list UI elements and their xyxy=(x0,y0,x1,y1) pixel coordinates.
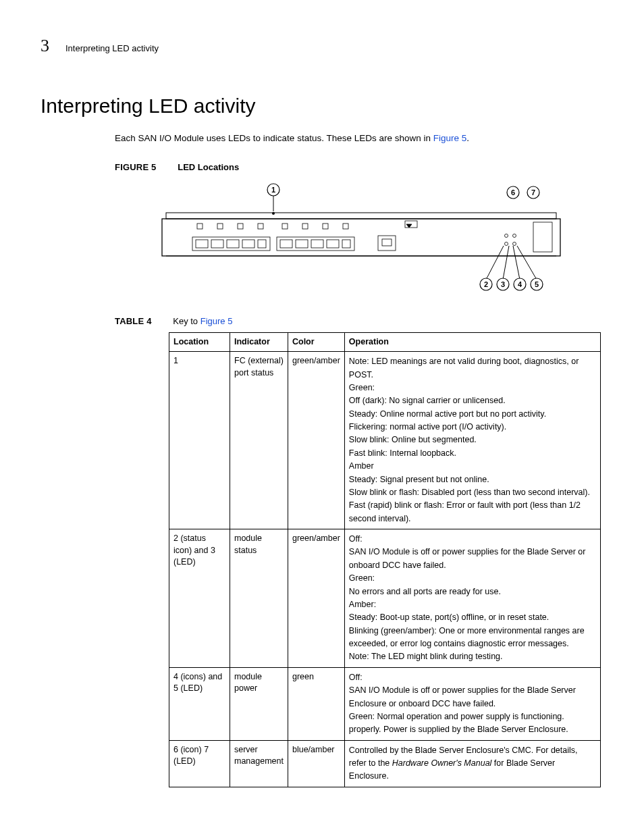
svg-text:3: 3 xyxy=(501,280,505,288)
operation-line: Flickering: normal active port (I/O acti… xyxy=(349,421,596,434)
cell-indicator: module power xyxy=(230,667,288,740)
figure-caption: FIGURE 5 LED Locations xyxy=(115,161,603,174)
operation-line: Off: xyxy=(349,671,596,684)
cell-color: green/amber xyxy=(288,529,344,668)
svg-line-40 xyxy=(503,246,509,280)
svg-point-25 xyxy=(505,234,508,238)
callout-2: 2 xyxy=(480,278,492,290)
table-figure-link[interactable]: Figure 5 xyxy=(200,316,233,326)
cell-color: green xyxy=(288,667,344,740)
svg-rect-22 xyxy=(343,224,348,229)
svg-rect-18 xyxy=(258,224,263,229)
callout-7: 7 xyxy=(527,186,539,199)
operation-line: Slow blink: Online but segmented. xyxy=(349,434,596,446)
led-locations-svg: 1 6 7 2 3 4 xyxy=(155,182,574,296)
table-row: 1FC (external) port statusgreen/amberNot… xyxy=(169,352,601,529)
svg-rect-23 xyxy=(378,236,396,251)
svg-rect-8 xyxy=(242,240,254,248)
col-operation: Operation xyxy=(344,332,600,352)
svg-rect-20 xyxy=(302,224,308,229)
svg-point-26 xyxy=(513,234,516,238)
svg-rect-5 xyxy=(196,240,208,248)
col-color: Color xyxy=(288,332,344,352)
figure-5-link[interactable]: Figure 5 xyxy=(433,133,467,143)
operation-line: Blinking (green/amber): One or more envi… xyxy=(349,625,596,651)
operation-line: Green: Normal operation and power supply… xyxy=(349,710,596,737)
operation-line: Green: xyxy=(349,572,596,585)
operation-line: Note: LED meanings are not valid during … xyxy=(349,355,596,382)
col-location: Location xyxy=(169,332,230,352)
cell-indicator: FC (external) port status xyxy=(230,352,288,529)
svg-point-27 xyxy=(505,242,508,246)
table-caption: TABLE 4 Key to Figure 5 xyxy=(115,315,603,328)
svg-point-34 xyxy=(272,212,275,215)
intro-paragraph: Each SAN I/O Module uses LEDs to indicat… xyxy=(115,132,603,145)
operation-line: SAN I/O Module is off or power supplies … xyxy=(349,546,596,572)
running-title: Interpreting LED activity xyxy=(65,43,159,55)
operation-line: SAN I/O Module is off or power supplies … xyxy=(349,684,596,710)
callout-6: 6 xyxy=(507,186,519,199)
callout-4: 4 xyxy=(514,278,526,290)
svg-point-28 xyxy=(513,242,516,246)
svg-text:1: 1 xyxy=(271,186,275,194)
figure-diagram: 1 6 7 2 3 4 xyxy=(155,182,574,296)
cell-operation: Off:SAN I/O Module is off or power suppl… xyxy=(344,529,600,668)
callout-5: 5 xyxy=(531,278,543,290)
svg-rect-3 xyxy=(192,237,270,251)
table-title-prefix: Key to xyxy=(173,316,200,326)
svg-rect-21 xyxy=(323,224,328,229)
operation-line: Steady: Signal present but not online. xyxy=(349,473,596,486)
svg-rect-19 xyxy=(282,224,288,229)
cell-location: 6 (icon) 7 (LED) xyxy=(169,740,230,787)
table-row: 4 (icons) and 5 (LED)module powergreenOf… xyxy=(169,667,601,740)
cell-location: 2 (status icon) and 3 (LED) xyxy=(169,529,230,668)
operation-line: No errors and all ports are ready for us… xyxy=(349,585,596,598)
cell-color: green/amber xyxy=(288,352,344,529)
svg-rect-10 xyxy=(280,240,292,248)
svg-text:4: 4 xyxy=(518,280,522,288)
col-indicator: Indicator xyxy=(230,332,288,352)
operation-line: Note: The LED might blink during testing… xyxy=(349,650,596,663)
cell-operation: Note: LED meanings are not valid during … xyxy=(344,352,600,529)
cell-indicator: server management xyxy=(230,740,288,787)
svg-rect-12 xyxy=(311,240,323,248)
svg-line-42 xyxy=(517,246,537,280)
svg-text:6: 6 xyxy=(511,188,515,197)
svg-rect-11 xyxy=(296,240,308,248)
figure-label: FIGURE 5 xyxy=(115,162,157,172)
operation-line: Off: xyxy=(349,533,596,546)
svg-rect-14 xyxy=(342,240,350,248)
cell-location: 4 (icons) and 5 (LED) xyxy=(169,667,230,740)
intro-suffix: . xyxy=(466,133,469,143)
operation-line: Amber: xyxy=(349,598,596,611)
page-title: Interpreting LED activity xyxy=(41,92,603,120)
operation-line: Slow blink or flash: Disabled port (less… xyxy=(349,486,596,499)
cell-operation: Off:SAN I/O Module is off or power suppl… xyxy=(344,667,600,740)
table-row: 6 (icon) 7 (LED)server managementblue/am… xyxy=(169,740,601,787)
callout-3: 3 xyxy=(497,278,509,290)
operation-line: Green: xyxy=(349,382,596,394)
intro-text: Each SAN I/O Module uses LEDs to indicat… xyxy=(115,133,433,143)
svg-line-39 xyxy=(486,246,504,280)
operation-line: Fast blink: Internal loopback. xyxy=(349,447,596,460)
operation-line: Amber xyxy=(349,460,596,473)
manual-title: Hardware Owner's Manual xyxy=(392,758,492,768)
operation-line: Steady: Online normal active port but no… xyxy=(349,408,596,421)
svg-rect-7 xyxy=(227,240,239,248)
svg-rect-15 xyxy=(197,224,203,229)
svg-text:5: 5 xyxy=(535,280,539,288)
svg-text:2: 2 xyxy=(484,280,488,288)
svg-rect-17 xyxy=(238,224,243,229)
chapter-number: 3 xyxy=(41,34,49,58)
operation-line: Steady: Boot-up state, port(s) offline, … xyxy=(349,611,596,624)
svg-rect-6 xyxy=(211,240,223,248)
operation-line: Off (dark): No signal carrier or unlicen… xyxy=(349,394,596,407)
cell-indicator: module status xyxy=(230,529,288,668)
cell-operation: Controlled by the Blade Server Enclosure… xyxy=(344,740,600,787)
figure-title: LED Locations xyxy=(178,162,239,172)
svg-rect-13 xyxy=(327,240,339,248)
svg-rect-29 xyxy=(533,222,552,252)
svg-rect-9 xyxy=(258,240,266,248)
table-label: TABLE 4 xyxy=(115,316,152,326)
table-header-row: Location Indicator Color Operation xyxy=(169,332,601,352)
